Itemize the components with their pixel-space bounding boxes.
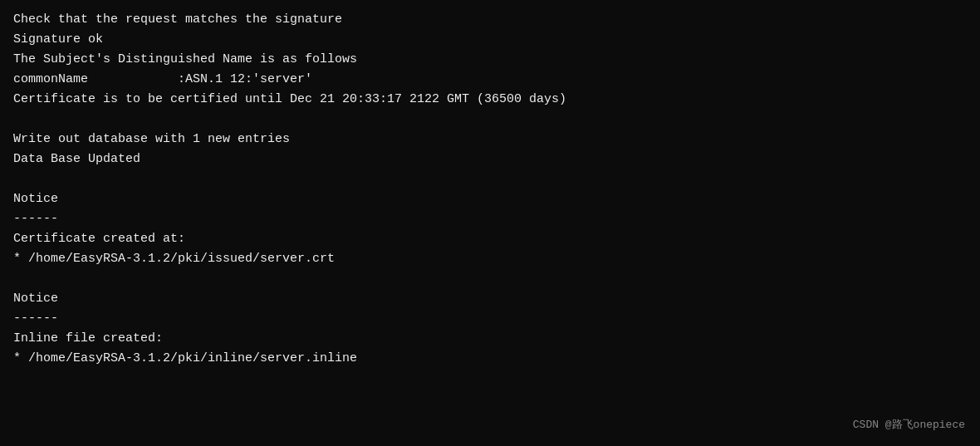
terminal-line-3: commonName :ASN.1 12:'server' [13,70,967,90]
terminal-line-2: The Subject's Distinguished Name is as f… [13,50,967,70]
terminal-line-4: Certificate is to be certified until Dec… [13,90,967,110]
terminal-line-12: * /home/EasyRSA-3.1.2/pki/issued/server.… [13,249,967,269]
terminal-line-6: Write out database with 1 new entries [13,130,967,149]
terminal-line-14: Notice [13,289,967,309]
terminal-line-10: ------ [13,209,967,229]
terminal-line-11: Certificate created at: [13,229,967,249]
terminal-output: Check that the request matches the signa… [13,10,967,369]
terminal-line-15: ------ [13,309,967,329]
terminal-window: Check that the request matches the signa… [0,0,980,446]
terminal-line-7: Data Base Updated [13,149,967,169]
terminal-line-17: * /home/EasyRSA-3.1.2/pki/inline/server.… [13,349,967,369]
terminal-line-8 [13,169,967,189]
terminal-line-9: Notice [13,189,967,209]
terminal-line-1: Signature ok [13,30,967,50]
terminal-line-5 [13,110,967,130]
terminal-line-16: Inline file created: [13,329,967,349]
watermark: CSDN @路飞onepiece [853,417,965,434]
terminal-line-0: Check that the request matches the signa… [13,10,967,30]
terminal-line-13 [13,269,967,289]
